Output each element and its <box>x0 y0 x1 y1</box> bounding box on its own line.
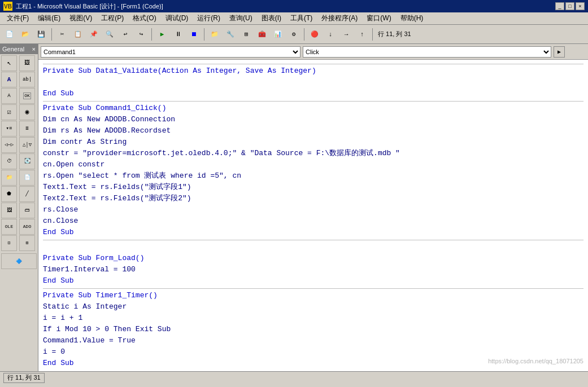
tb-new[interactable]: 📄 <box>2 27 17 42</box>
tool-line[interactable]: ╱ <box>19 186 35 202</box>
menu-format[interactable]: 格式(O) <box>128 12 160 24</box>
watermark: https://blog.csdn.net/qq_18071205 <box>488 355 583 367</box>
menu-run[interactable]: 运行(R) <box>193 12 225 24</box>
tb-step-out[interactable]: ↑ <box>355 27 369 42</box>
tb-open[interactable]: 📂 <box>18 27 33 42</box>
tool-extra2[interactable]: 🔷 <box>1 253 37 269</box>
tool-option[interactable]: ◉ <box>19 104 35 120</box>
code-line-dim-contr: Dim contr As String <box>43 137 583 148</box>
tb-comp-mgr[interactable]: ⚙ <box>286 27 301 42</box>
tb-sep-2 <box>151 28 152 41</box>
code-separator-3 <box>43 239 583 240</box>
tb-sep-4 <box>304 28 304 41</box>
maximize-button[interactable]: □ <box>565 2 574 10</box>
menu-edit[interactable]: 编辑(E) <box>33 12 65 24</box>
menu-addins[interactable]: 外接程序(A) <box>317 12 362 24</box>
code-line-form-load: Private Sub Form_Load() <box>43 253 583 264</box>
tool-data[interactable]: 🗃 <box>19 203 35 218</box>
event-selector[interactable]: Click <box>303 46 551 58</box>
code-line-dim-rs: Dim rs As New ADODB.Recordset <box>43 125 583 137</box>
tb-step-over[interactable]: → <box>339 27 354 42</box>
tb-run[interactable]: ▶ <box>155 27 169 42</box>
tool-combobox[interactable]: ▾≡ <box>1 121 17 137</box>
code-scroll-right[interactable]: ▶ <box>554 46 565 58</box>
code-separator-4 <box>43 288 583 289</box>
tb-obj-brow[interactable]: ⊞ <box>239 27 254 42</box>
code-line-cn-open: cn.Open constr <box>43 159 583 170</box>
title-text: 工程1 - Microsoft Visual Basic [设计] - [For… <box>16 2 555 11</box>
code-line-rs-open: rs.Open "select * from 测试表 where id =5",… <box>43 170 583 182</box>
tool-msflex[interactable]: ⊡ <box>1 235 17 251</box>
tb-stop[interactable]: ⏹ <box>186 27 201 42</box>
toolbox-title: General <box>2 46 24 52</box>
object-selector[interactable]: Command1 <box>41 46 300 58</box>
tb-copy[interactable]: 📋 <box>71 27 85 42</box>
code-area[interactable]: Private Sub Data1_Validate(Action As Int… <box>38 60 588 371</box>
tool-image[interactable]: 🖼 <box>1 203 17 218</box>
code-line-endsub2: End Sub <box>43 227 583 238</box>
code-line-constr: constr = "provider=microsoft.jet.oledb.4… <box>43 148 583 159</box>
toolbar: 📄 📂 💾 ✂ 📋 📌 🔍 ↩ ↪ ▶ ⏸ ⏹ 📁 🔧 ⊞ 🧰 📊 ⚙ 🔴 ↓ … <box>0 25 588 44</box>
tb-toolbox[interactable]: 🧰 <box>255 27 269 42</box>
tool-frame[interactable]: A <box>1 88 17 104</box>
menu-tools[interactable]: 工具(T) <box>286 12 317 24</box>
tool-picture[interactable]: 🖼 <box>19 55 35 71</box>
tool-textbox[interactable]: ab| <box>19 72 35 87</box>
tool-file[interactable]: 📄 <box>19 170 35 186</box>
tb-props[interactable]: 🔧 <box>223 27 238 42</box>
tb-step-into[interactable]: ↓ <box>323 27 338 42</box>
menu-project[interactable]: 工程(P) <box>97 12 128 24</box>
menu-file[interactable]: 文件(F) <box>2 12 33 24</box>
menu-query[interactable]: 查询(U) <box>225 12 257 24</box>
code-line-rs-close: rs.Close <box>43 204 583 216</box>
code-separator-1 <box>43 63 583 64</box>
code-separator-2 <box>43 100 583 102</box>
tb-undo[interactable]: ↩ <box>118 27 133 42</box>
tool-label[interactable]: A <box>1 72 17 87</box>
tb-cut[interactable]: ✂ <box>55 27 69 42</box>
menu-window[interactable]: 窗口(W) <box>362 12 395 24</box>
tool-shape[interactable]: ⬟ <box>1 186 17 202</box>
position-label: 行 11, 列 31 <box>376 30 413 38</box>
main-layout: General × ↖ 🖼 A ab| A OK ☑ ◉ ▾≡ ≣ ◁─▷ △│… <box>0 44 588 371</box>
menu-diagram[interactable]: 图表(I) <box>257 12 286 24</box>
toolbox-header: General × <box>0 44 38 54</box>
tool-pointer[interactable]: ↖ <box>1 55 17 71</box>
app-icon: VB <box>3 2 12 11</box>
tb-redo[interactable]: ↪ <box>134 27 149 42</box>
title-bar: VB 工程1 - Microsoft Visual Basic [设计] - [… <box>0 0 588 12</box>
code-line-1: Private Sub Data1_Validate(Action As Int… <box>43 65 583 77</box>
tool-dir[interactable]: 📁 <box>1 170 17 186</box>
tb-dataview[interactable]: 📊 <box>271 27 285 42</box>
menu-view[interactable]: 视图(V) <box>65 12 97 24</box>
tb-paste[interactable]: 📌 <box>86 27 101 42</box>
tool-command[interactable]: OK <box>19 88 35 104</box>
tb-save[interactable]: 💾 <box>34 27 49 42</box>
code-line-cmd-value: Command1.Value = True <box>43 335 583 346</box>
tb-find[interactable]: 🔍 <box>102 27 117 42</box>
tb-sep-3 <box>204 28 204 41</box>
menu-bar: 文件(F) 编辑(E) 视图(V) 工程(P) 格式(O) 调试(D) 运行(R… <box>0 12 588 25</box>
tb-proj-expl[interactable]: 📁 <box>207 27 222 42</box>
tool-listbox[interactable]: ≣ <box>19 121 35 137</box>
code-line-timer1-timer: Private Sub Timer1_Timer() <box>43 290 583 301</box>
menu-debug[interactable]: 调试(D) <box>161 12 193 24</box>
close-button[interactable]: × <box>576 2 585 10</box>
tb-break[interactable]: ⏸ <box>171 27 185 42</box>
minimize-button[interactable]: _ <box>555 2 564 10</box>
code-line-endsub1: End Sub <box>43 88 583 99</box>
menu-help[interactable]: 帮助(H) <box>396 12 428 24</box>
tool-vscroll[interactable]: △│▽ <box>19 137 35 153</box>
tb-bp-toggle[interactable]: 🔴 <box>307 27 322 42</box>
tool-check[interactable]: ☑ <box>1 104 17 120</box>
tool-adodc[interactable]: ADO <box>19 219 35 235</box>
tool-drive[interactable]: 💽 <box>19 153 35 169</box>
code-line-static-i: Static i As Integer <box>43 301 583 313</box>
tool-extra[interactable]: ⊞ <box>19 235 35 251</box>
tool-hscroll[interactable]: ◁─▷ <box>1 137 17 153</box>
tb-sep-5 <box>372 28 373 41</box>
tool-ole[interactable]: OLE <box>1 219 17 235</box>
toolbox-close-icon[interactable]: × <box>32 46 36 52</box>
code-line-text1: Text1.Text = rs.Fields("测试字段1") <box>43 182 583 193</box>
tool-timer[interactable]: ⏱ <box>1 153 17 169</box>
